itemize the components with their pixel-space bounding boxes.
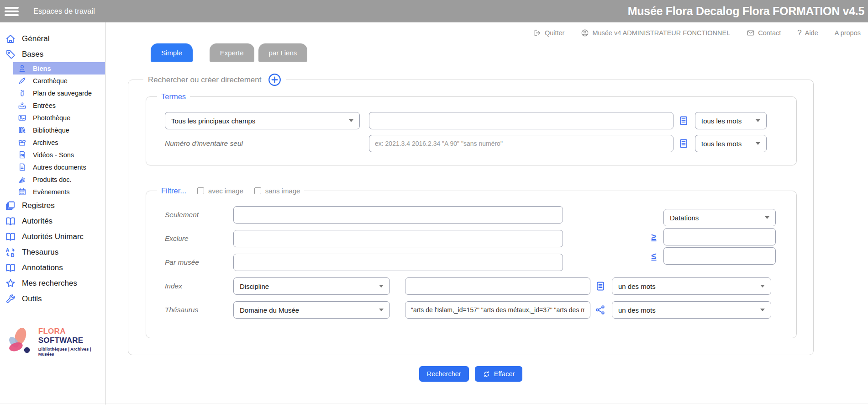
envelope-icon: [747, 29, 755, 37]
inventory-mode-select[interactable]: tous les mots: [695, 135, 767, 152]
thesaurus-value-input[interactable]: [405, 301, 590, 319]
tab-par-liens[interactable]: par Liens: [258, 43, 308, 62]
lexicon-lookup-icon[interactable]: [595, 281, 606, 292]
chevron-down-icon: [765, 216, 769, 219]
a-propos-link[interactable]: A propos: [835, 29, 861, 37]
refresh-icon: [483, 370, 490, 378]
chevron-down-icon: [379, 285, 384, 288]
chevron-down-icon: [760, 309, 765, 311]
svg-text:A: A: [6, 247, 10, 253]
index-label: Index: [165, 282, 233, 290]
sidebar-item-produits-doc[interactable]: Produits doc.: [0, 173, 105, 186]
lexicon-lookup-icon[interactable]: [678, 138, 689, 149]
sidebar-item-thesaurus[interactable]: AB Thesaurus: [0, 245, 105, 260]
avec-image-checkbox[interactable]: [197, 187, 204, 194]
sidebar-item-bibliotheque[interactable]: Bibliothèque: [0, 124, 105, 136]
greater-equal-toggle[interactable]: ≥: [648, 232, 659, 242]
svg-text:B: B: [11, 252, 15, 258]
utility-nav: Quitter Musée v4 ADMINISTRATEUR FONCTION…: [105, 22, 868, 43]
carrot-icon: [18, 76, 26, 85]
thesaurus-label: Thésaurus: [165, 306, 233, 314]
effacer-button[interactable]: Effacer: [475, 366, 523, 382]
search-mode-tabs: Simple Experte par Liens: [151, 43, 868, 62]
app-title: Musée Flora Decalog Flora FORMATION v4.5: [628, 5, 864, 18]
chevron-down-icon: [756, 119, 760, 122]
chevron-down-icon: [349, 119, 353, 122]
index-mode-select[interactable]: un des mots: [612, 277, 771, 295]
sidebar-item-phototheque[interactable]: Photothèque: [0, 112, 105, 124]
less-equal-toggle[interactable]: ≤: [648, 251, 659, 261]
question-mark-icon: ?: [797, 28, 801, 37]
sidebar-item-registres[interactable]: Registres: [0, 198, 105, 213]
user-account-link[interactable]: Musée v4 ADMINISTRATEUR FONCTIONNEL: [581, 29, 730, 37]
flora-flower-icon: [4, 323, 37, 360]
exclure-label: Exclure: [165, 234, 233, 243]
flora-software-logo: FLORA SOFTWARE Bibliothèques | Archives …: [4, 323, 105, 360]
thesaurus-mode-select[interactable]: un des mots: [612, 301, 771, 319]
seulement-label: Seulement: [165, 211, 233, 219]
rechercher-button[interactable]: Rechercher: [419, 366, 469, 382]
open-book-icon: [5, 216, 16, 227]
datations-select[interactable]: Datations: [663, 209, 776, 226]
lexicon-lookup-icon[interactable]: [678, 115, 689, 126]
hamburger-menu-icon[interactable]: [5, 5, 19, 18]
sans-image-checkbox[interactable]: [254, 187, 261, 194]
star-icon: [5, 278, 16, 289]
chevron-down-icon: [379, 309, 384, 311]
index-value-input[interactable]: [405, 277, 590, 295]
index-field-select[interactable]: Discipline: [233, 277, 390, 295]
plus-circle-icon[interactable]: [268, 73, 282, 87]
main-content: Quitter Musée v4 ADMINISTRATEUR FONCTION…: [105, 22, 868, 405]
wrench-icon: [5, 293, 16, 304]
tab-experte[interactable]: Experte: [210, 43, 254, 62]
termes-group: Termes Tous les principaux champs tous l…: [146, 92, 797, 165]
par-musee-input[interactable]: [233, 254, 563, 271]
quitter-link[interactable]: Quitter: [533, 29, 565, 37]
thesaurus-field-select[interactable]: Domaine du Musée: [233, 301, 390, 319]
inbox-in-icon: [18, 101, 26, 110]
datation-max-input[interactable]: [663, 247, 776, 265]
exclure-input[interactable]: [233, 230, 563, 247]
contact-link[interactable]: Contact: [747, 29, 781, 37]
filter-group: Filtrer... avec image sans image Seuleme…: [146, 187, 797, 338]
sidebar-item-autorites[interactable]: Autorités: [0, 213, 105, 229]
sidebar-item-biens[interactable]: Biens: [0, 62, 105, 75]
form-actions: Rechercher Effacer: [128, 366, 814, 382]
sans-image-checkbox-label[interactable]: sans image: [254, 187, 300, 195]
terms-mode-select[interactable]: tous les mots: [695, 112, 767, 129]
sidebar: Général Bases Biens Carothèque Plan de s…: [0, 22, 105, 405]
panel-legend: Rechercher ou créer directement: [148, 75, 262, 85]
sidebar-item-plan-de-sauvegarde[interactable]: Plan de sauvegarde: [0, 87, 105, 99]
inventory-number-input[interactable]: [369, 135, 673, 152]
sidebar-item-general[interactable]: Général: [0, 31, 105, 47]
sidebar-item-videos-sons[interactable]: Vidéos - Sons: [0, 149, 105, 161]
calendar-icon: [18, 187, 26, 196]
datation-min-input[interactable]: [663, 228, 776, 245]
field-select[interactable]: Tous les principaux champs: [165, 112, 360, 129]
tag-icon: [5, 49, 16, 60]
terms-search-input[interactable]: [369, 112, 673, 129]
aide-link[interactable]: ? Aide: [797, 28, 818, 37]
sidebar-item-evenements[interactable]: Evènements: [0, 186, 105, 198]
sidebar-item-bases[interactable]: Bases: [0, 47, 105, 62]
bust-icon: [18, 64, 26, 73]
open-book-icon: [5, 262, 16, 273]
seulement-input[interactable]: [233, 206, 563, 224]
sidebar-item-carotheque[interactable]: Carothèque: [0, 75, 105, 87]
tab-simple[interactable]: Simple: [151, 43, 193, 62]
par-musee-label: Par musée: [165, 258, 233, 266]
sidebar-item-entrees[interactable]: Entrées: [0, 99, 105, 112]
sidebar-item-annotations[interactable]: Annotations: [0, 260, 105, 276]
sidebar-item-autres-documents[interactable]: Autres documents: [0, 161, 105, 173]
sidebar-item-outils[interactable]: Outils: [0, 291, 105, 307]
sidebar-item-autorites-unimarc[interactable]: Autorités Unimarc: [0, 229, 105, 245]
inventory-number-label: Numéro d'inventaire seul: [165, 139, 369, 148]
open-box-icon: [18, 138, 26, 147]
logo-tagline: Bibliothèques | Archives | Musées: [38, 346, 105, 357]
sidebar-item-mes-recherches[interactable]: Mes recherches: [0, 276, 105, 291]
sidebar-item-archives[interactable]: Archives: [0, 136, 105, 149]
avec-image-checkbox-label[interactable]: avec image: [197, 187, 243, 195]
video-file-icon: [18, 150, 26, 159]
termes-legend: Termes: [161, 92, 186, 101]
share-hierarchy-icon[interactable]: [595, 304, 606, 315]
